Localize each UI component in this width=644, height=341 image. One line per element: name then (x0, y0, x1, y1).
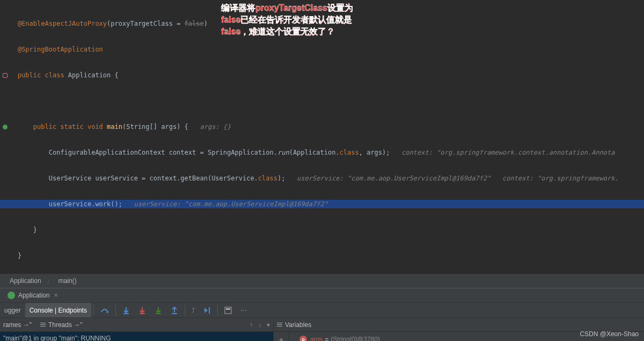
close-icon[interactable]: × (54, 292, 58, 299)
svg-rect-2 (226, 308, 230, 310)
evaluate-expression-icon[interactable] (220, 303, 236, 317)
watermark: CSDN @Xeon-Shao (580, 330, 639, 338)
force-step-into-icon[interactable] (134, 303, 150, 317)
threads-icon (40, 323, 46, 327)
step-into-icon[interactable] (118, 303, 134, 317)
add-watch-icon[interactable]: ＋ (277, 335, 285, 341)
separator (185, 305, 185, 316)
code-editor[interactable]: @EnableAspectJAutoProxy(proxyTargetClass… (0, 0, 644, 274)
debugger-toolbar: ugger Console | Endpoints ⤴ ⋯ (0, 303, 644, 318)
variables-side-toolbar: ＋ － ▲ ▼ ⧉ 👓 (274, 332, 289, 341)
separator (115, 305, 116, 316)
breadcrumb-class[interactable]: Application (10, 277, 41, 285)
step-over-icon[interactable] (96, 303, 113, 317)
thread-row[interactable]: "main"@1 in group "main": RUNNING (0, 332, 273, 341)
frames-header[interactable]: rames →" (3, 321, 32, 329)
run-tab-title[interactable]: Application (18, 292, 50, 299)
run-config-icon (8, 292, 15, 299)
svg-rect-0 (209, 307, 210, 314)
annotation-enableaspect: @EnableAspectJAutoProxy (18, 20, 107, 27)
debug-panels: rames →" Threads →" ↑ ↓ ▾ "main"@1 in gr… (0, 318, 644, 341)
threads-dropdown[interactable]: Threads →" (48, 321, 83, 329)
variable-name: args (310, 336, 323, 341)
step-out-icon[interactable] (166, 303, 182, 317)
run-tool-tab-bar: Application × (0, 288, 644, 303)
drop-frame-icon[interactable]: ⤴ (187, 303, 199, 317)
trace-icon[interactable]: ⋯ (236, 303, 251, 317)
prev-frame-icon[interactable]: ↑ (250, 321, 253, 329)
filter-icon[interactable]: ▾ (267, 321, 270, 329)
debugger-tab[interactable]: ugger (0, 303, 25, 317)
variable-badge-icon: p (299, 336, 307, 341)
separator (217, 305, 218, 316)
separator (93, 305, 94, 316)
variables-icon (277, 323, 282, 327)
console-tab[interactable]: Console | Endpoints (25, 303, 91, 317)
smart-step-into-icon[interactable] (150, 303, 166, 317)
breadcrumb-method[interactable]: main() (58, 277, 77, 285)
gutter-run-icon[interactable] (3, 73, 8, 78)
breadcrumb-separator-icon: 〉 (47, 277, 53, 286)
next-frame-icon[interactable]: ↓ (258, 321, 261, 329)
variables-header: Variables (285, 321, 311, 329)
user-annotation-overlay: 编译器将proxyTargetClass设置为 false已经在告诉开发者默认值… (221, 2, 353, 38)
frames-panel: rames →" Threads →" ↑ ↓ ▾ "main"@1 in gr… (0, 318, 274, 341)
run-to-cursor-icon[interactable] (199, 303, 215, 317)
current-execution-line: userService.work(); userService: "com.me… (0, 200, 644, 208)
annotation-springboot: @SpringBootApplication (18, 46, 103, 53)
gutter-run-main-icon[interactable] (3, 125, 8, 129)
svg-rect-1 (225, 307, 231, 314)
breadcrumb-bar: Application 〉 main() (0, 274, 644, 288)
